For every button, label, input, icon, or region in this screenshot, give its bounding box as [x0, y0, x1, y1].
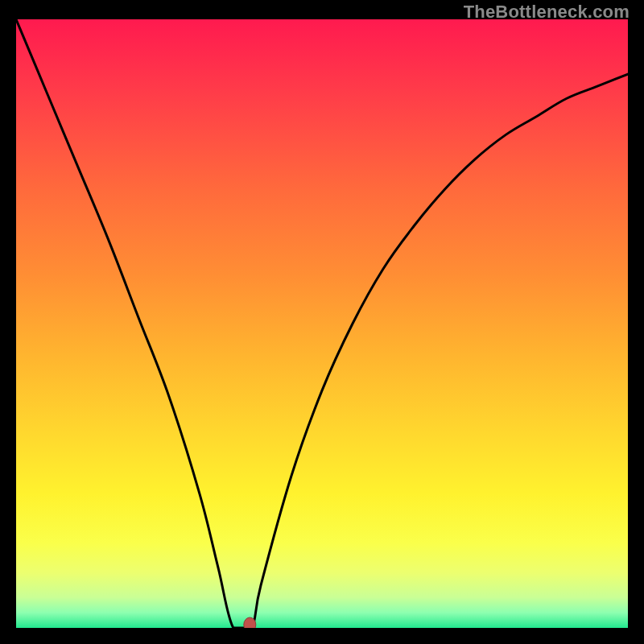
minimum-marker-dot [244, 617, 256, 628]
chart-container: TheBottleneck.com [0, 0, 644, 644]
dot-layer [16, 19, 628, 628]
plot-area [16, 19, 628, 628]
